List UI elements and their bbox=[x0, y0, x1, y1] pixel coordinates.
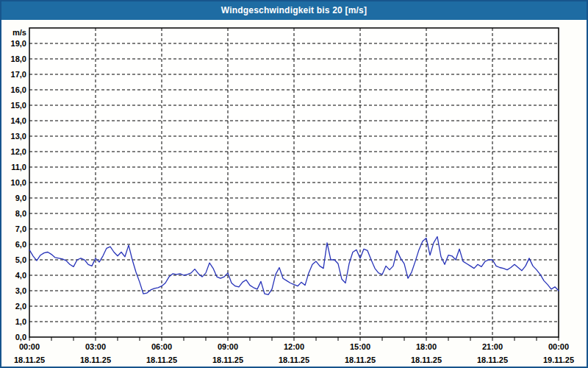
window-frame bbox=[0, 0, 588, 368]
